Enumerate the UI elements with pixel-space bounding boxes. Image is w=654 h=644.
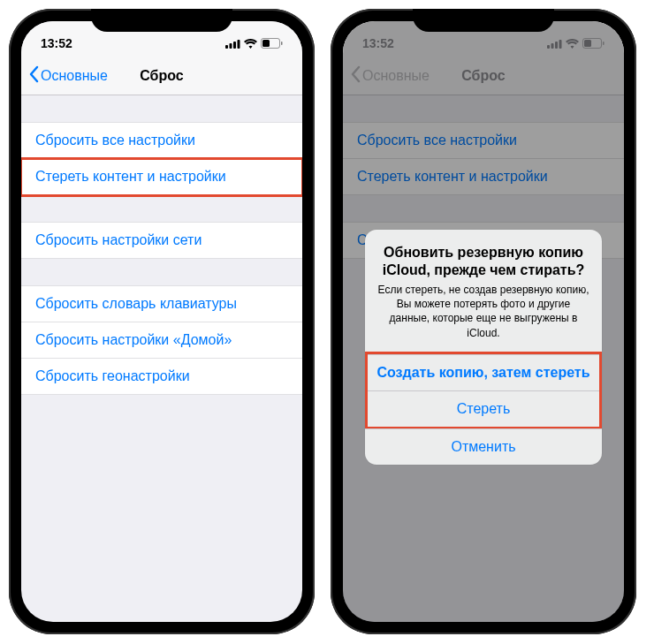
alert-cancel-button[interactable]: Отменить [365, 428, 602, 465]
row-reset-keyboard[interactable]: Сбросить словарь клавиатуры [21, 285, 302, 322]
section-3: Сбросить словарь клавиатуры Сбросить нас… [21, 285, 302, 395]
section-2: Сбросить настройки сети [21, 222, 302, 259]
battery-icon [261, 38, 283, 49]
screen-left: 13:52 Основные Сброс [21, 21, 302, 622]
phone-right: 13:52 Основные Сброс [331, 9, 636, 634]
alert-body: Обновить резервную копию iCloud, прежде … [365, 230, 602, 352]
alert-dialog: Обновить резервную копию iCloud, прежде … [365, 230, 602, 465]
nav-title: Сброс [140, 68, 183, 84]
svg-rect-2 [233, 42, 236, 49]
back-label: Основные [41, 68, 108, 84]
section-1: Сбросить все настройки Стереть контент и… [21, 122, 302, 195]
notch [413, 9, 554, 32]
svg-rect-5 [262, 40, 270, 47]
row-reset-network[interactable]: Сбросить настройки сети [21, 222, 302, 259]
screen-right: 13:52 Основные Сброс [343, 21, 624, 622]
svg-rect-6 [281, 42, 283, 45]
alert-highlight-group: Создать копию, затем стереть Стереть [365, 352, 602, 429]
nav-bar: Основные Сброс [21, 57, 302, 95]
phone-left: 13:52 Основные Сброс [9, 9, 315, 634]
row-reset-all[interactable]: Сбросить все настройки [21, 122, 302, 159]
svg-rect-1 [230, 43, 232, 49]
signal-icon [225, 39, 240, 49]
status-time: 13:52 [41, 36, 72, 50]
svg-rect-3 [238, 40, 240, 49]
status-right [225, 38, 283, 49]
row-reset-location[interactable]: Сбросить геонастройки [21, 359, 302, 395]
alert-backup-then-erase-button[interactable]: Создать копию, затем стереть [368, 354, 599, 390]
alert-message: Если стереть, не создав резервную копию,… [377, 283, 589, 340]
alert-erase-button[interactable]: Стереть [368, 390, 599, 427]
svg-rect-0 [225, 45, 228, 49]
row-erase-content[interactable]: Стереть контент и настройки [21, 159, 302, 195]
chevron-left-icon [28, 65, 39, 87]
row-reset-home[interactable]: Сбросить настройки «Домой» [21, 322, 302, 359]
notch [91, 9, 232, 32]
wifi-icon [244, 39, 257, 49]
alert-title: Обновить резервную копию iCloud, прежде … [377, 244, 589, 279]
back-button[interactable]: Основные [28, 65, 108, 87]
